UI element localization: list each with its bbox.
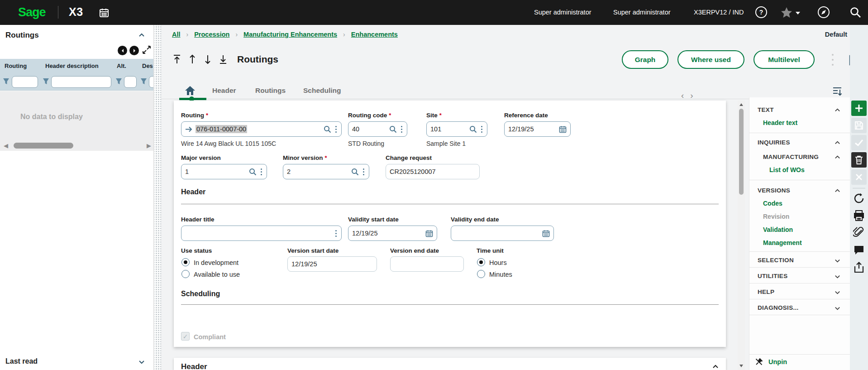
minor-version-field[interactable]: 2 (283, 164, 369, 179)
where-used-button[interactable]: Where used (677, 50, 744, 69)
section-pager-chevrons[interactable]: ‹› (681, 91, 700, 101)
section-versions[interactable]: VERSIONS (758, 187, 790, 194)
help-icon[interactable]: ? (755, 6, 768, 19)
lookup-magnifier-icon[interactable] (351, 168, 359, 176)
home-tab-icon[interactable] (185, 86, 196, 96)
field-options-icon[interactable] (335, 126, 337, 133)
field-options-icon[interactable] (401, 126, 402, 133)
favorites-caret-icon[interactable] (796, 12, 800, 14)
user-name[interactable]: Super administrator (613, 9, 671, 16)
expand-panel-icon[interactable] (142, 45, 151, 54)
print-icon[interactable] (853, 210, 865, 221)
next-record-icon[interactable] (203, 54, 213, 65)
graph-button[interactable]: Graph (622, 50, 668, 69)
routing-code-field[interactable]: 40 (348, 121, 407, 137)
column-header-header-description[interactable]: Header description (45, 62, 99, 69)
collapse-section-chevron-icon[interactable] (712, 363, 719, 370)
field-options-icon[interactable] (363, 168, 364, 175)
reference-date-field[interactable]: 12/19/25 (504, 121, 571, 137)
list-horizontal-scrollbar[interactable]: ◀ ▶ (0, 141, 154, 151)
filter-input-routing[interactable] (12, 76, 38, 88)
filter-funnel-icon[interactable] (140, 78, 147, 85)
use-status-radio-available-to-use[interactable] (181, 270, 190, 278)
lookup-magnifier-icon[interactable] (469, 125, 477, 133)
section-text[interactable]: TEXT (758, 106, 774, 113)
lookup-magnifier-icon[interactable] (324, 125, 331, 133)
unpin-panel-button[interactable]: Unpin (749, 354, 850, 370)
jump-to-record-icon[interactable] (185, 125, 193, 133)
time-unit-option-hours[interactable]: Hours (489, 259, 507, 266)
column-header-alt[interactable]: Alt. (117, 62, 126, 69)
multilevel-button[interactable]: Multilevel (754, 50, 815, 69)
field-options-icon[interactable] (481, 126, 482, 133)
time-unit-radio-hours[interactable] (477, 258, 485, 266)
link-management[interactable]: Management (763, 239, 802, 246)
calendar-icon[interactable] (99, 7, 110, 18)
last-read-chevron-icon[interactable] (138, 359, 145, 365)
time-unit-radio-minutes[interactable] (477, 270, 485, 278)
column-header-des[interactable]: Des (142, 62, 153, 69)
version-start-date-field[interactable]: 12/19/25 (287, 256, 377, 272)
section-diagnosis[interactable]: DIAGNOSIS... (758, 304, 799, 311)
filter-input-alt[interactable] (124, 76, 137, 88)
breadcrumb-manufacturing-enhancements[interactable]: Manufacturing Enhancements (243, 31, 337, 38)
filter-input-des[interactable] (149, 76, 154, 88)
tab-scheduling[interactable]: Scheduling (303, 86, 341, 95)
version-end-date-field[interactable] (390, 256, 464, 272)
favorites-star-icon[interactable] (780, 6, 793, 19)
user-role[interactable]: Super administrator (534, 9, 591, 16)
comment-bubble-icon[interactable] (853, 244, 865, 256)
delete-button[interactable] (851, 152, 867, 168)
main-vertical-scrollbar[interactable] (738, 101, 745, 370)
more-actions-menu[interactable] (832, 54, 834, 66)
section-help[interactable]: HELP (758, 288, 774, 295)
link-validation[interactable]: Validation (763, 226, 793, 233)
calendar-icon[interactable] (542, 230, 550, 237)
list-prev-page-button[interactable] (118, 46, 127, 55)
change-request-field[interactable]: CR2025120007 (386, 164, 480, 179)
list-next-page-button[interactable] (129, 46, 139, 55)
scrollbar-thumb[interactable] (14, 143, 73, 149)
link-list-of-wos[interactable]: List of WOs (769, 166, 805, 173)
tab-routings[interactable]: Routings (255, 86, 286, 95)
filter-funnel-icon[interactable] (3, 78, 10, 85)
header-title-field[interactable] (181, 226, 342, 241)
previous-record-icon[interactable] (187, 54, 197, 65)
lookup-magnifier-icon[interactable] (249, 168, 257, 176)
panel-resize-handle[interactable] (154, 25, 161, 370)
routing-field[interactable]: 076-011-0007-00 (181, 121, 342, 137)
product-name[interactable]: X3 (69, 5, 83, 19)
tab-header[interactable]: Header (212, 86, 236, 95)
validity-end-date-field[interactable] (451, 226, 554, 241)
scrollbar-thumb[interactable] (739, 109, 744, 195)
calendar-icon[interactable] (559, 125, 567, 133)
section-inquiries[interactable]: INQUIRIES (758, 139, 790, 146)
breadcrumb-enhancements[interactable]: Enhancements (351, 31, 398, 38)
scroll-up-arrow-icon[interactable] (739, 103, 743, 106)
environment-label[interactable]: X3ERPV12 / IND (694, 9, 744, 16)
last-record-icon[interactable] (218, 54, 228, 65)
subsection-manufacturing[interactable]: MANUFACTURING (763, 154, 819, 160)
expand-all-sections-icon[interactable] (832, 86, 843, 97)
field-options-icon[interactable] (335, 230, 337, 237)
sage-logo[interactable]: Sage (18, 5, 46, 19)
search-icon[interactable] (849, 6, 862, 19)
share-export-icon[interactable] (853, 261, 865, 273)
filter-input-header-description[interactable] (51, 76, 111, 88)
scroll-right-arrow-icon[interactable]: ▶ (147, 143, 151, 149)
scroll-down-arrow-icon[interactable] (739, 365, 743, 367)
breadcrumb-procession[interactable]: Procession (194, 31, 229, 38)
calendar-icon[interactable] (425, 230, 433, 237)
new-record-button[interactable] (851, 101, 867, 116)
refresh-icon[interactable] (853, 192, 865, 204)
use-status-radio-in-development[interactable] (181, 258, 190, 266)
breadcrumb-all[interactable]: All (172, 31, 181, 38)
section-selection[interactable]: SELECTION (758, 257, 794, 264)
validity-start-date-field[interactable]: 12/19/25 (348, 226, 437, 241)
site-field[interactable]: 101 (426, 121, 487, 137)
column-header-routing[interactable]: Routing (5, 62, 27, 69)
last-read-bar[interactable]: Last read (0, 355, 154, 370)
attachment-paperclip-icon[interactable] (853, 227, 865, 239)
lookup-magnifier-icon[interactable] (389, 125, 397, 133)
filter-funnel-icon[interactable] (43, 78, 49, 85)
